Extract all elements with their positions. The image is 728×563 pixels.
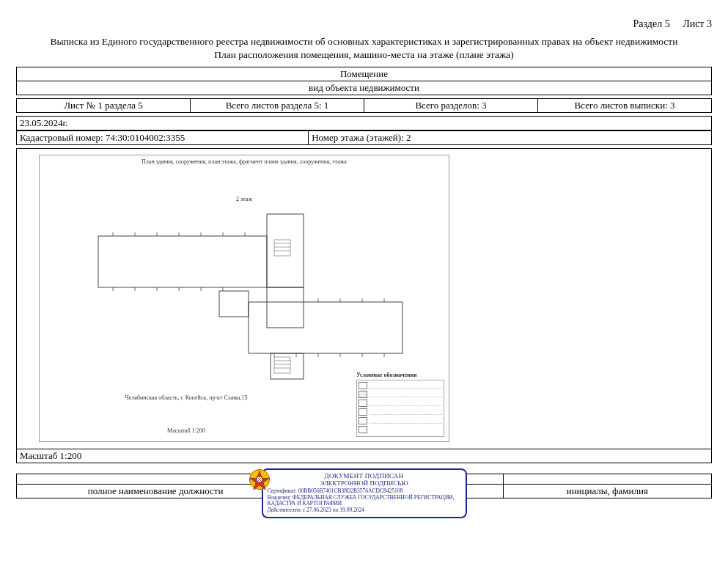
svg-rect-0 [98,236,267,287]
svg-rect-29 [274,240,290,256]
date-table: 23.05.2024г. [16,116,712,130]
object-table: Помещение вид объекта недвижимости [16,67,712,95]
counts-c4: Всего листов выписки: 3 [538,99,712,113]
svg-rect-4 [219,291,249,317]
section-label: Раздел 5 [633,18,670,29]
cadastral-table: Кадастровый номер: 74:30:0104002:3355 Но… [16,130,712,145]
emblem-icon [247,467,272,492]
counts-c3: Всего разделов: 3 [364,99,538,113]
plan-table: План здания, сооружения, план этажа, фра… [16,148,712,463]
plan-scale-small: Масштаб 1:200 [40,427,333,434]
title-main: Выписка из Единого государственного реес… [16,36,712,48]
floorplan-drawing [62,207,421,397]
header-section-sheet: Раздел 5 Лист 3 [16,18,712,30]
counts-table: Лист № 1 раздела 5 Всего листов раздела … [16,98,712,113]
object-row-2: вид объекта недвижимости [17,81,712,95]
plan-caption: План здания, сооружения, план этажа, фра… [40,158,449,165]
sign-head1: ДОКУМЕНТ ПОДПИСАН [268,472,461,479]
svg-rect-33 [274,357,290,373]
date-cell: 23.05.2024г. [17,117,712,130]
plan-floor-label: 2 этаж [40,196,449,202]
legend-box [356,380,444,437]
plan-cell: План здания, сооружения, план этажа, фра… [17,149,712,449]
object-row-1: Помещение [17,67,712,81]
plan-inner: План здания, сооружения, план этажа, фра… [39,155,449,442]
counts-c2: Всего листов раздела 5: 1 [191,99,364,113]
plan-address: Челябинская область, г. Копейск, пр-кт С… [40,394,333,401]
counts-c1: Лист № 1 раздела 5 [17,99,191,113]
title-sub: План расположения помещения, машино-мест… [16,49,712,61]
sheet-label: Лист 3 [683,18,712,29]
signature-stamp: ДОКУМЕНТ ПОДПИСАН ЭЛЕКТРОННОЙ ПОДПИСЬЮ С… [262,468,467,518]
sign-owner: Владелец: ФЕДЕРАЛЬНАЯ СЛУЖБА ГОСУДАРСТВЕ… [268,495,461,507]
scale-row: Масштаб 1:200 [17,449,712,463]
footer-right: инициалы, фамилия [503,485,711,498]
svg-rect-2 [267,287,304,328]
floor-number: Номер этажа (этажей): 2 [309,131,712,145]
legend-title: Условные обозначения [356,372,444,378]
sign-valid: Действителен: с 27.06.2023 по 19.09.2024 [268,507,461,514]
plan-legend: Условные обозначения [356,372,444,437]
cadastral-number: Кадастровый номер: 74:30:0104002:3355 [17,131,309,145]
sign-head2: ЭЛЕКТРОННОЙ ПОДПИСЬЮ [268,479,461,487]
